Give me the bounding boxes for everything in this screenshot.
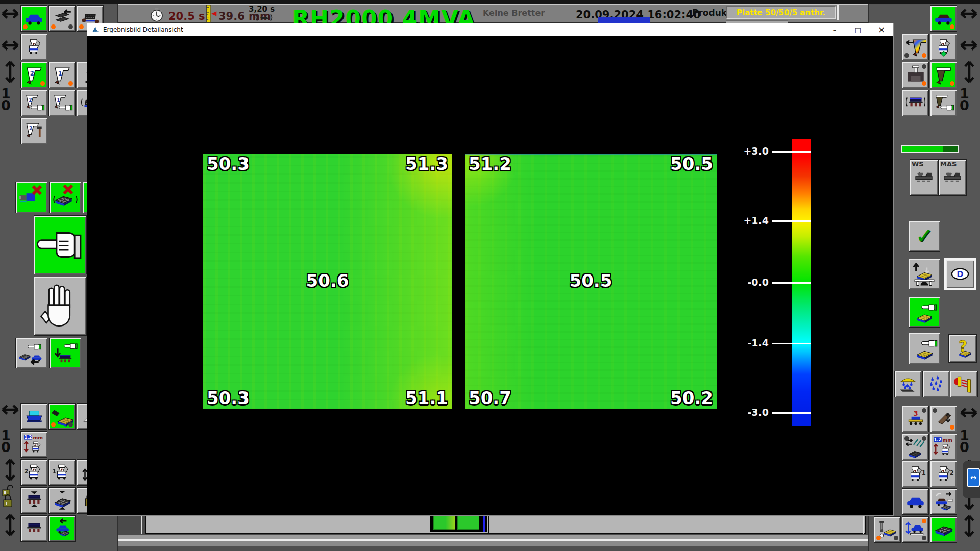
mini-heatmap-right[interactable]	[457, 515, 479, 530]
btn-table-press[interactable]	[20, 487, 47, 514]
btn-drops[interactable]	[922, 371, 949, 397]
btn-hopper[interactable]	[20, 34, 47, 60]
btn-waffle[interactable]	[930, 516, 957, 543]
btn-car[interactable]	[902, 488, 929, 515]
status-dot	[922, 64, 926, 69]
remote-access-icon[interactable]: ↔	[967, 468, 980, 487]
btn-hand-plate[interactable]	[909, 297, 940, 328]
btn-machine-r-2[interactable]: 2	[930, 461, 957, 487]
btn-waffle-arrows[interactable]	[48, 487, 76, 514]
double-arrow-horizontal-icon	[960, 407, 978, 420]
btn-car[interactable]	[20, 5, 47, 32]
stopwatch-icon	[148, 6, 165, 23]
btn-check[interactable]: ✓	[909, 221, 940, 252]
btn-plate-up[interactable]	[909, 259, 940, 289]
heatmap-board-right[interactable]: 51.2 50.5 50.5 50.7 50.2	[465, 154, 717, 409]
product-field[interactable]: Platte 50/50/5 anthr.	[726, 6, 836, 19]
measurement-value: 50.7	[469, 388, 511, 408]
svg-text:mm: mm	[33, 435, 43, 440]
btn-funnel-hand-1[interactable]: 1	[48, 90, 76, 116]
colorbar-tick	[772, 151, 811, 153]
btn-hand-plate-car[interactable]	[15, 338, 47, 368]
highlight-bar	[598, 17, 650, 23]
btn-hand-down-plates[interactable]	[49, 338, 81, 368]
car-plate-in-icon	[52, 518, 73, 539]
btn-car-dark[interactable]	[930, 5, 957, 32]
funnel-hand-icon: 1	[52, 92, 73, 114]
rail-label-10: 10	[960, 88, 969, 111]
dialog-body: 50.3 51.3 50.6 50.3 51.1 51.2 50.5 50.5 …	[87, 36, 893, 515]
lathe-icon	[941, 166, 964, 189]
btn-plate-updown[interactable]	[930, 406, 957, 432]
cam-x-icon	[18, 184, 45, 211]
btn-plate-tool[interactable]	[874, 516, 901, 543]
btn-mm-machine[interactable]: 1.2mm	[930, 434, 957, 460]
question-plate-icon: ?	[951, 337, 974, 360]
btn-lathe-ws[interactable]: WS	[910, 159, 938, 196]
machine-icon: 2	[23, 462, 45, 483]
btn-arrow-plate[interactable]	[48, 403, 76, 430]
btn-table-vib[interactable]	[902, 90, 929, 116]
vibration-icon	[244, 13, 284, 22]
btn-lathe-mas[interactable]: MAS	[938, 159, 967, 196]
btn-funnel-dark[interactable]	[930, 62, 957, 88]
status-dot	[950, 24, 954, 29]
button-caption: WS	[912, 160, 924, 168]
table-press-icon	[23, 490, 45, 511]
maximize-button[interactable]: □	[846, 23, 870, 36]
colorbar-label: -1.4	[728, 337, 769, 348]
btn-machine-1[interactable]: 1	[48, 459, 76, 486]
heatmap-board-left[interactable]: 50.3 51.3 50.6 50.3 51.1	[203, 154, 452, 409]
btn-conveyor[interactable]: 3	[902, 406, 929, 432]
machine-r-icon: 2	[933, 463, 954, 485]
btn-funnel-hand-2[interactable]: 2	[20, 90, 47, 116]
btn-funnel-hammer-2[interactable]: 2	[20, 118, 47, 144]
btn-cam-x[interactable]	[15, 182, 47, 213]
btn-hand-stop[interactable]	[34, 277, 87, 336]
btn-mm-machine[interactable]: 1.2mm	[20, 431, 47, 458]
btn-hand-point[interactable]	[34, 215, 87, 274]
close-button[interactable]: ×	[870, 23, 893, 36]
btn-hopper-ok[interactable]	[930, 34, 957, 60]
vib-x-icon	[52, 184, 79, 211]
btn-funnel-color[interactable]	[902, 34, 929, 60]
waffle-icon	[933, 519, 954, 540]
svg-text:3: 3	[913, 409, 918, 417]
btn-rain[interactable]	[894, 371, 921, 397]
colorbar-label: +1.4	[728, 215, 769, 226]
dialog-title: Ergebnisbild Detailansicht	[103, 26, 183, 33]
double-arrow-horizontal-icon	[960, 40, 978, 53]
btn-hand-plate[interactable]	[909, 333, 940, 364]
double-arrow-vertical-icon	[5, 513, 16, 539]
btn-funnel-dark-hand[interactable]	[930, 90, 957, 116]
double-arrow-vertical-icon	[5, 60, 16, 86]
btn-press[interactable]	[902, 62, 929, 88]
mini-heatmap-left[interactable]	[433, 515, 455, 530]
status-strip	[118, 535, 868, 539]
btn-car-plate-out[interactable]	[930, 488, 957, 515]
btn-funnel-2[interactable]: 2	[20, 62, 47, 88]
double-arrow-horizontal-icon	[1, 40, 19, 53]
mini-progress-bar	[483, 514, 485, 532]
btn-combs[interactable]	[902, 434, 929, 460]
btn-vib-x[interactable]	[49, 182, 81, 213]
btn-light-rays[interactable]	[950, 371, 978, 397]
btn-car-plate-in[interactable]	[48, 515, 76, 542]
btn-car-scale[interactable]	[902, 516, 929, 543]
btn-machine-2[interactable]: 2	[20, 459, 47, 486]
svg-text:2: 2	[30, 70, 34, 77]
btn-funnel-1[interactable]: 1	[48, 62, 76, 88]
top-bar-separator	[837, 5, 839, 20]
minimize-button[interactable]: –	[823, 23, 846, 36]
rail-label-10: 10	[960, 430, 969, 453]
btn-table[interactable]	[20, 515, 47, 542]
btn-tray[interactable]	[20, 403, 47, 430]
btn-question-plate[interactable]: ?	[948, 334, 977, 363]
btn-machine-r-1[interactable]: 1	[902, 461, 929, 487]
btn-d-oval[interactable]: D	[946, 260, 974, 288]
status-dot	[922, 436, 926, 441]
btn-plates-arrow[interactable]	[48, 5, 76, 32]
dialog-titlebar[interactable]: Ergebnisbild Detailansicht – □ ×	[87, 23, 893, 36]
status-dot	[922, 519, 926, 523]
svg-text:2: 2	[24, 468, 28, 475]
